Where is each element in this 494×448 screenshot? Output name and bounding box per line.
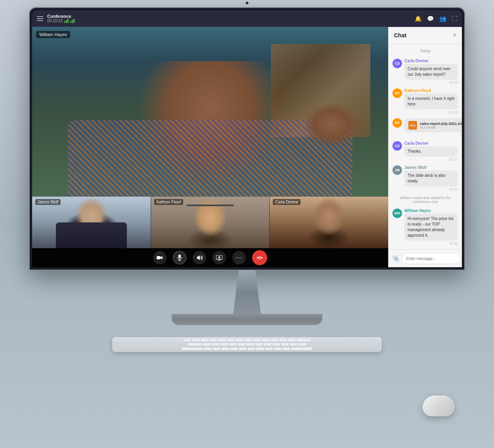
- main-speaker-label: William Hayes: [36, 31, 70, 38]
- camera-button[interactable]: [153, 251, 167, 264]
- file-icon: XLS: [408, 121, 417, 130]
- chat-message-file: KF XLS sales-report-july-2021.xlsx XLS 2…: [393, 118, 458, 137]
- chat-time: 15:25: [404, 133, 462, 137]
- thumb-kathryn-label: Kathryn Floyd: [154, 199, 184, 205]
- sender-name: James Wolf: [404, 165, 458, 170]
- title-bar: Conference 00:10:23: [32, 10, 462, 27]
- sender-name: Carla Devine: [404, 59, 458, 63]
- mouse-scroll-line: [438, 404, 439, 411]
- monitor-stand-neck: [219, 270, 275, 314]
- volume-button[interactable]: [193, 251, 206, 264]
- monitor-screen-wrapper: Conference 00:10:23: [29, 7, 465, 270]
- participants-icon[interactable]: 👥: [439, 15, 446, 22]
- chat-input[interactable]: [402, 253, 461, 264]
- chat-bubble: The slide deck is also ready.: [404, 170, 458, 186]
- avatar-kathryn-file: KF: [393, 118, 402, 128]
- signal-bars-2: [70, 19, 75, 23]
- avatar-william: WH: [393, 209, 402, 218]
- thumb-carla: Carla Devine: [270, 197, 388, 248]
- chat-time: 15:33: [404, 241, 458, 245]
- app-title: Conference: [47, 14, 75, 19]
- svg-rect-1: [178, 255, 181, 258]
- keyboard-row-2: [115, 343, 379, 346]
- thumbnail-strip: James Wolf Kathryn Floyd: [32, 197, 388, 248]
- screen-share-button[interactable]: [213, 251, 226, 264]
- title-bar-left: Conference 00:10:23: [37, 14, 415, 23]
- file-name: sales-report-july-2021.xlsx: [420, 122, 462, 126]
- thumb-james-label: James Wolf: [35, 199, 61, 205]
- main-video-background: [32, 27, 388, 197]
- video-area: William Hayes James Wolf: [32, 27, 388, 267]
- avatar-carla-2: CD: [393, 141, 402, 151]
- bell-icon[interactable]: 🔔: [415, 15, 421, 22]
- title-bar-right: 🔔 💬 👥 ⛶: [415, 15, 457, 22]
- sender-name: William Hayes: [404, 209, 458, 213]
- chat-time: 15:06: [404, 110, 458, 114]
- chat-bubble: Could anyone send over our July sales re…: [404, 64, 458, 80]
- monitor-base: [172, 314, 322, 325]
- system-message: William Hayes was added to the conferenc…: [393, 195, 458, 205]
- chat-bubble: In a moment, I have it right here.: [404, 94, 458, 109]
- main-content: William Hayes James Wolf: [32, 27, 462, 267]
- main-video: William Hayes: [32, 27, 388, 197]
- chat-date: Today: [393, 49, 458, 53]
- chat-message: KF Kathryn Floyd In a moment, I have it …: [393, 88, 458, 114]
- mic-button[interactable]: [173, 251, 186, 264]
- file-size: XLS 24 KB: [420, 126, 462, 129]
- chat-body[interactable]: Today CD Carla Devine Could anyone send …: [389, 44, 462, 249]
- sender-name: Carla Devine: [404, 141, 458, 146]
- avatar-kathryn: KF: [393, 88, 402, 98]
- chat-time: 15:31: [404, 187, 458, 191]
- chat-input-area: 📎 🙂: [389, 249, 462, 267]
- chat-message: JW James Wolf The slide deck is also rea…: [393, 165, 458, 191]
- thumb-kathryn: Kathryn Floyd: [151, 197, 270, 248]
- chat-header: Chat ×: [389, 27, 462, 44]
- more-button[interactable]: ···: [232, 251, 246, 264]
- signal-bars: [64, 19, 69, 23]
- camera-dot: [246, 2, 249, 4]
- chat-bubble: Hi everyone! The price list is ready - o…: [404, 214, 458, 241]
- mouse: [423, 396, 454, 416]
- arm: [306, 95, 370, 154]
- chat-title: Chat: [394, 32, 406, 38]
- end-call-button[interactable]: [252, 250, 267, 265]
- chat-panel: Chat × Today CD Carla Devine: [388, 27, 462, 267]
- avatar-carla: CD: [393, 59, 402, 68]
- avatar-james: JW: [393, 165, 402, 175]
- attach-button[interactable]: 📎: [393, 255, 399, 262]
- thumb-carla-label: Carla Devine: [273, 199, 301, 205]
- chat-close-button[interactable]: ×: [453, 32, 456, 39]
- chat-message: WH William Hayes Hi everyone! The price …: [393, 209, 458, 245]
- svg-rect-0: [157, 256, 161, 259]
- chat-bubble: Thanks.: [404, 146, 458, 157]
- monitor-bezel: Conference 00:10:23: [31, 10, 463, 268]
- chat-time: 15:01: [404, 80, 458, 84]
- keyboard-row-1: [115, 339, 379, 342]
- chat-icon[interactable]: 💬: [427, 15, 434, 22]
- app-timer: 00:10:23: [47, 19, 75, 23]
- title-info: Conference 00:10:23: [47, 14, 75, 23]
- mouse-body: [423, 396, 454, 416]
- sender-name: Kathryn Floyd: [404, 88, 458, 93]
- scene: Conference 00:10:23: [0, 0, 494, 448]
- headset: [186, 205, 234, 206]
- keyboard[interactable]: [112, 337, 382, 352]
- keyboard-row-3: [115, 347, 379, 350]
- fullscreen-icon[interactable]: ⛶: [452, 15, 457, 22]
- app-window: Conference 00:10:23: [32, 10, 462, 267]
- hamburger-icon[interactable]: [37, 16, 43, 21]
- chat-message: CD Carla Devine Thanks. 15:27: [393, 141, 458, 161]
- chat-time: 15:27: [404, 157, 458, 161]
- file-attachment[interactable]: XLS sales-report-july-2021.xlsx XLS 24 K…: [404, 118, 462, 132]
- monitor: Conference 00:10:23: [29, 7, 465, 325]
- chat-message: CD Carla Devine Could anyone send over o…: [393, 59, 458, 84]
- james-suit: [56, 222, 127, 248]
- controls-bar: ···: [32, 248, 388, 267]
- thumb-james: James Wolf: [32, 197, 151, 248]
